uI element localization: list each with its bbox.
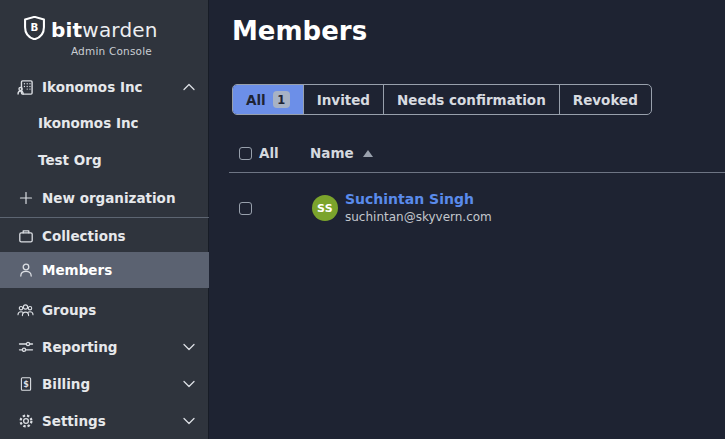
svg-text:B: B	[31, 21, 39, 33]
sidebar-item-members[interactable]: Members	[0, 252, 209, 288]
gear-icon	[17, 413, 34, 430]
members-page: Members All 1 Invited Needs confirmation…	[209, 0, 725, 439]
chevron-up-icon	[183, 83, 195, 91]
sidebar-item-organization[interactable]: Ikonomos Inc	[0, 69, 209, 105]
sidebar: B bitwarden Admin Console Ikonomos Inc	[0, 0, 209, 439]
admin-console-subtitle: Admin Console	[24, 45, 152, 57]
sidebar-item-reporting[interactable]: Reporting	[0, 329, 209, 365]
sidebar-item-groups[interactable]: Groups	[0, 292, 209, 328]
sidebar-item-new-organization[interactable]: New organization	[0, 180, 209, 216]
user-icon	[17, 262, 34, 279]
member-status-filter: All 1 Invited Needs confirmation Revoked	[232, 84, 652, 115]
chevron-down-icon	[183, 417, 195, 425]
organization-icon	[17, 79, 34, 96]
invoice-icon: $	[17, 376, 34, 393]
bitwarden-logo[interactable]: B bitwarden Admin Console	[24, 16, 152, 57]
sidebar-item-billing[interactable]: $ Billing	[0, 366, 209, 402]
count-badge: 1	[273, 91, 290, 108]
bitwarden-admin-console: B bitwarden Admin Console Ikonomos Inc	[0, 0, 725, 439]
sidebar-item-test-org[interactable]: Test Org	[0, 142, 209, 178]
brand-wordmark: bitwarden	[51, 18, 158, 42]
sidebar-item-label: Test Org	[38, 152, 102, 168]
tab-invited[interactable]: Invited	[303, 85, 383, 114]
plus-icon	[17, 190, 34, 207]
sidebar-item-label: Settings	[42, 413, 106, 429]
sidebar-item-label: Groups	[42, 302, 96, 318]
svg-text:$: $	[23, 380, 29, 389]
tab-revoked[interactable]: Revoked	[559, 85, 651, 114]
row-checkbox[interactable]	[239, 202, 252, 215]
member-name-link[interactable]: Suchintan Singh	[345, 191, 474, 207]
select-all-label: All	[259, 145, 279, 161]
sidebar-item-label: Ikonomos Inc	[38, 115, 139, 131]
page-title: Members	[232, 16, 367, 46]
sidebar-item-settings[interactable]: Settings	[0, 403, 209, 439]
sidebar-item-collections[interactable]: Collections	[0, 218, 209, 254]
sidebar-item-ikonomos-inc[interactable]: Ikonomos Inc	[0, 105, 209, 141]
sidebar-item-label: Members	[42, 262, 112, 278]
sidebar-item-label: Billing	[42, 376, 90, 392]
avatar: SS	[312, 195, 338, 221]
shield-icon: B	[24, 16, 45, 44]
tab-label: All	[246, 92, 266, 108]
name-column-header[interactable]: Name	[310, 145, 373, 161]
sidebar-item-label: New organization	[42, 190, 176, 206]
tab-needs-confirmation[interactable]: Needs confirmation	[383, 85, 559, 114]
sort-ascending-icon	[363, 150, 373, 157]
sidebar-item-label: Collections	[42, 228, 126, 244]
chevron-down-icon	[183, 343, 195, 351]
member-email: suchintan@skyvern.com	[345, 210, 492, 224]
sidebar-item-label: Ikonomos Inc	[42, 79, 143, 95]
tab-all[interactable]: All 1	[233, 85, 303, 114]
filter-sliders-icon	[17, 339, 34, 356]
sidebar-item-label: Reporting	[42, 339, 118, 355]
users-icon	[17, 302, 34, 319]
table-header-divider	[229, 172, 725, 173]
collections-icon	[17, 228, 34, 245]
select-all-checkbox[interactable]	[239, 147, 252, 160]
chevron-down-icon	[183, 380, 195, 388]
